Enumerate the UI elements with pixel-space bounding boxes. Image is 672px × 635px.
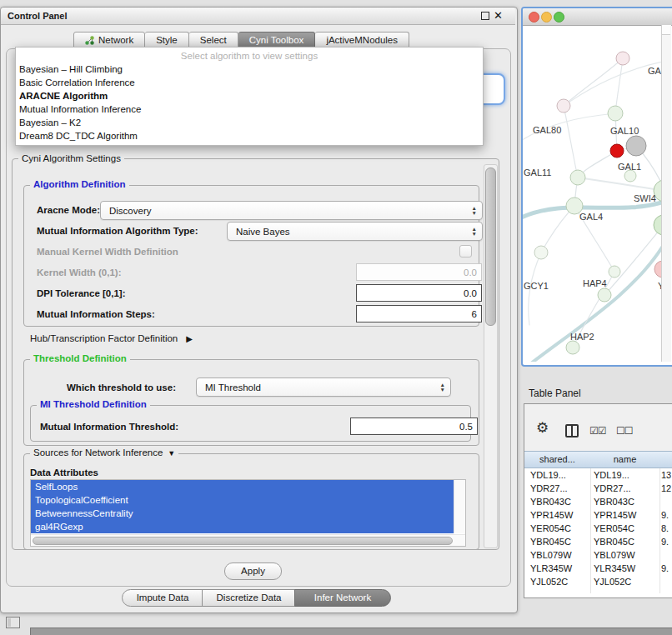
mi-steps-field[interactable]: 6 — [356, 305, 482, 322]
attribute-item-selected[interactable]: SelfLoops — [31, 480, 454, 493]
node-label: GAL — [648, 66, 661, 76]
column-header-extra[interactable] — [659, 451, 672, 468]
manual-kernel-checkbox[interactable] — [459, 245, 472, 258]
table-cell: YBR045C — [530, 535, 589, 548]
threshold-definition-title: Threshold Definition — [30, 353, 130, 363]
kernel-width-label: Kernel Width (0,1): — [37, 268, 121, 278]
table-row[interactable]: YBR043CYBR043C — [524, 495, 672, 508]
attribute-item-selected[interactable]: TopologicalCoefficient — [31, 493, 454, 507]
column-header-shared-name[interactable]: shared... — [524, 451, 591, 468]
table-cell — [661, 548, 671, 562]
collapse-arrow-icon: ▼ — [168, 449, 175, 458]
kernel-width-field[interactable]: 0.0 — [356, 263, 482, 281]
table-row[interactable]: YDL19...YDL19...13 — [524, 468, 672, 482]
sources-group-title[interactable]: Sources for Network Inference▼ — [30, 448, 178, 458]
tab-network[interactable]: Network — [73, 32, 145, 48]
mi-threshold-field[interactable]: 0.5 — [350, 418, 478, 435]
table-row[interactable]: YLR345WYLR345W9. — [524, 562, 672, 575]
hub-tf-section-toggle[interactable]: Hub/Transcription Factor Definition▶ — [30, 333, 193, 343]
algorithm-option[interactable]: Mutual Information Inference — [16, 102, 483, 116]
mi-type-select[interactable]: Naive Bayes ▲▼ — [227, 222, 483, 241]
attribute-item-selected[interactable]: BetweennessCentrality — [31, 507, 454, 520]
close-icon[interactable]: ✕ — [494, 9, 503, 22]
table-row[interactable]: YER054CYER054C8. — [524, 522, 672, 535]
which-threshold-select[interactable]: MI Threshold ▲▼ — [196, 378, 451, 397]
data-attributes-list[interactable]: SelfLoopsTopologicalCoefficientBetweenne… — [30, 479, 466, 547]
manual-kernel-label: Manual Kernel Width Definition — [37, 247, 178, 257]
scrollbar-button[interactable] — [662, 25, 670, 35]
gear-icon[interactable]: ⚙ — [536, 421, 549, 435]
network-node[interactable] — [654, 261, 661, 278]
algorithm-option[interactable]: Basic Correlation Inference — [16, 76, 483, 89]
node-label: GAL1 — [618, 162, 641, 172]
dpi-tolerance-field[interactable]: 0.0 — [356, 284, 482, 302]
tab-label: Cyni Toolbox — [249, 32, 304, 48]
deselect-all-icon[interactable]: ☐☐ — [616, 425, 633, 437]
float-icon[interactable] — [481, 12, 489, 20]
column-header-name[interactable]: name — [590, 451, 660, 468]
columns-icon[interactable] — [565, 424, 579, 438]
network-node[interactable] — [610, 144, 624, 158]
network-view-window[interactable]: GALGAL80GAL10GAL11GAL1SWI4GAL4GCY1HAP4YH… — [521, 7, 672, 367]
window-title: Control Panel — [8, 11, 68, 21]
table-cell: 12 — [661, 482, 671, 495]
list-scrollbar-vertical[interactable] — [454, 480, 465, 533]
tab-infer-network[interactable]: Infer Network — [294, 589, 391, 607]
algorithm-option[interactable]: Bayesian – Hill Climbing — [16, 62, 483, 76]
network-node[interactable] — [654, 215, 661, 235]
table-row[interactable]: YBR045CYBR045C9. — [524, 535, 672, 548]
minimized-panel-icon[interactable] — [6, 617, 20, 628]
attribute-items: SelfLoopsTopologicalCoefficientBetweenne… — [31, 480, 465, 533]
list-scrollbar-horizontal[interactable] — [31, 534, 465, 546]
network-edge — [564, 58, 623, 106]
table-row[interactable]: YJL052CYJL052C — [524, 575, 672, 588]
control-panel-titlebar[interactable] — [1, 8, 515, 25]
network-node[interactable] — [570, 170, 585, 185]
tab-jactivemnodules[interactable]: jActiveMNodules — [315, 32, 409, 48]
table-row[interactable]: YDR27...YDR27...12 — [524, 482, 672, 495]
node-label: GAL10 — [610, 126, 639, 136]
settings-scrollbar-thumb[interactable] — [485, 168, 496, 326]
table-cell: YBR043C — [530, 495, 589, 508]
network-node[interactable] — [557, 99, 570, 112]
tab-cyni-toolbox[interactable]: Cyni Toolbox — [238, 32, 316, 48]
network-node[interactable] — [566, 341, 579, 354]
table-row[interactable]: YBL079WYBL079W — [524, 548, 672, 562]
select-all-icon[interactable]: ☑☑ — [589, 425, 606, 437]
node-label: HAP2 — [570, 332, 594, 342]
aracne-mode-select[interactable]: Discovery ▲▼ — [100, 201, 483, 220]
network-node[interactable] — [598, 288, 611, 302]
table-row[interactable]: YPR145WYPR145W9. — [524, 508, 672, 522]
tab-impute-data[interactable]: Impute Data — [122, 589, 203, 607]
zoom-traffic-light-icon[interactable] — [554, 12, 564, 22]
minimize-traffic-light-icon[interactable] — [541, 12, 552, 22]
network-node[interactable] — [626, 136, 646, 156]
network-node[interactable] — [609, 266, 620, 278]
tab-discretize-data[interactable]: Discretize Data — [202, 589, 296, 607]
attribute-item-selected[interactable]: gal4RGexp — [31, 520, 454, 533]
network-edge — [564, 62, 661, 106]
tab-style[interactable]: Style — [145, 32, 189, 48]
algorithm-option[interactable]: Dream8 DC_TDC Algorithm — [16, 129, 483, 142]
hscroll-thumb[interactable] — [33, 537, 453, 545]
network-node[interactable] — [616, 52, 629, 65]
node-label: GAL80 — [533, 125, 561, 135]
algorithm-option[interactable]: Bayesian – K2 — [16, 116, 483, 129]
node-label: GAL4 — [579, 212, 603, 222]
algorithm-option[interactable]: ARACNE Algorithm — [16, 89, 483, 102]
expand-arrow-icon: ▶ — [186, 334, 193, 343]
table-cell: YJL052C — [530, 575, 589, 588]
network-canvas[interactable]: GALGAL80GAL10GAL11GAL1SWI4GAL4GCY1HAP4YH… — [523, 25, 661, 362]
table-cell: YPR145W — [530, 508, 589, 522]
network-scrollbar[interactable] — [661, 25, 671, 362]
chevron-updown-icon: ▲▼ — [472, 206, 477, 216]
network-icon — [85, 36, 94, 45]
table-cell: YBL079W — [530, 548, 589, 562]
tab-select[interactable]: Select — [189, 32, 238, 48]
network-node[interactable] — [624, 170, 636, 182]
network-node[interactable] — [534, 246, 548, 259]
apply-button[interactable]: Apply — [224, 562, 282, 580]
close-traffic-light-icon[interactable] — [529, 12, 539, 22]
network-node[interactable] — [608, 106, 623, 121]
table-cell: YJL052C — [594, 575, 657, 588]
